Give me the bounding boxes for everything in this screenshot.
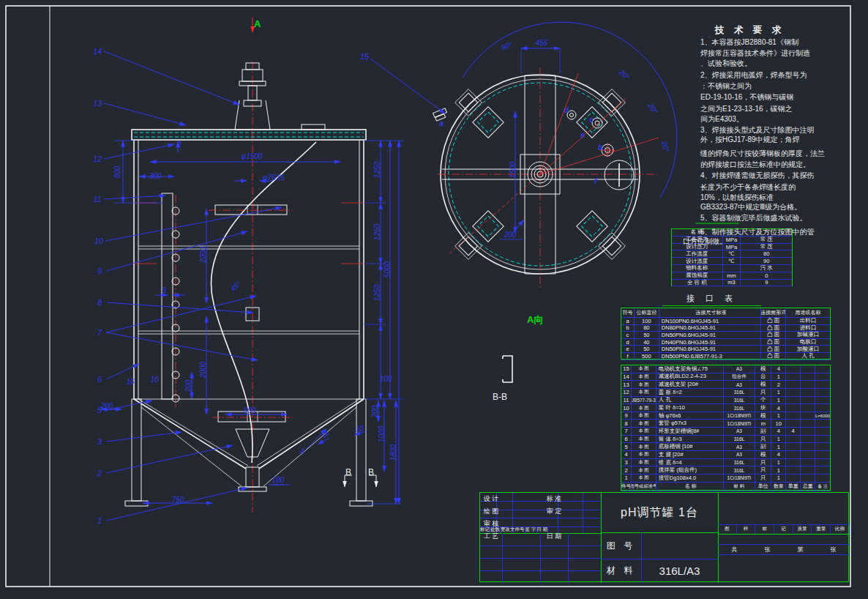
nozzle-table-title: 接 口 表 [662,293,761,306]
bom-material: A3 [724,428,756,436]
bom-unit-weight [786,420,801,428]
bom-row: 8 本 图 套管 φ57x3 1Cr18Ni9Ti m 10 [621,420,830,428]
bom-header-qty: 数量 [771,483,786,491]
nozzle-use: 进料口 [786,325,830,332]
bom-part-name: 环形支架槽钢[8# [656,428,724,436]
char-name: 设计温度 [672,258,723,265]
bom-note [815,404,830,412]
bom-drawing-no: 本 图 [632,412,656,420]
bom-material: 316L [724,397,756,405]
characteristics-table: 名 称 工作压力 MPa 常 压 设计压力 MPa 常 压 工作温度 ℃ 80 [671,228,793,286]
bom-part-name: 盖 板 δ=2 [656,389,724,397]
bom-qty: 1 [771,443,786,451]
nozzle-face: 凸 面 [761,318,786,325]
bom-unit-weight [786,436,801,444]
section-a-marker: A [254,18,261,29]
sheet-count-cell: 共 [718,544,751,554]
bom-unit-weight [786,397,801,405]
nozzle-symbol: e [621,346,635,353]
material-value: 316L/A3 [641,559,718,583]
bom-note [815,436,830,444]
signature-label-left: 绘 图 [480,505,502,518]
bom-total-weight [801,428,815,436]
char-unit: MPa [723,237,741,244]
bom-row: 15 本 图 电动机支架角钢∠75 A3 根 4 [621,365,830,373]
bom-part-name: 桨 叶 δ=10 [656,404,724,412]
bom-total-weight [801,459,815,467]
nozzle-header-face: 连接面形式 [761,308,786,318]
bom-part-no: 10 [621,404,632,412]
bom-note [815,475,830,483]
bom-part-name: 套管 φ57x3 [656,420,724,428]
bom-unit: 只 [755,459,771,467]
plan-view [433,22,677,289]
nozzle-table: 符号 公称直径 连接尺寸标准 连接面形式 用途或名称 a 100 DN100PN… [621,308,831,360]
section-bb-symbol [503,356,512,382]
bom-total-weight [801,412,815,420]
characteristics-row: 全 容 积 m3 9 [672,280,792,287]
char-unit: mm [723,272,741,280]
char-unit [723,265,741,272]
bom-drawing-no: 本 图 [632,475,656,483]
bom-unit: 副 [755,428,771,436]
bom-note [815,466,830,475]
bom-material: A3 [724,365,756,373]
bom-material: 316L [724,404,756,412]
signature-row: 审 核 [480,518,601,530]
bom-note [815,451,830,459]
bom-header-no: 件号 [621,483,632,491]
bom-row: 5 本 图 底板槽钢 [10# A3 副 1 [621,443,830,451]
bom-row: 9 本 图 轴 φ76x6 1Cr18Ni9Ti 根 1 L=6000 [621,412,830,420]
bom-unit: 块 [755,404,771,412]
nozzle-symbol: d [621,339,635,346]
bom-unit: 根 [755,365,771,373]
nozzle-standard: DN50PN0.6HGJ45-91 [659,346,762,353]
nozzle-row: c 50 DN50PN0.6HGJ45-91 凸 面 加碱液口 [621,332,830,339]
bom-material: 316L [724,436,756,444]
signature-label-left: 工 艺 [480,530,502,543]
bom-part-no: 8 [621,420,632,428]
bom-note [815,420,830,428]
signature-row: 设 计 标 准 [480,493,601,505]
bom-note [815,381,830,389]
char-value: 污 水 [741,265,792,272]
bom-unit: 个 [755,397,771,405]
nozzle-dn: 40 [635,339,659,346]
bom-material: 316L [724,466,756,475]
bom-drawing-no: 本 图 [632,466,656,475]
bom-part-no: 14 [621,373,632,382]
bom-total-weight [801,389,815,397]
bom-qty: 1 [771,459,786,467]
bom-qty: 1 [771,373,786,382]
bom-header-unit-weight: 单重 [786,483,801,491]
bom-row: 6 本 图 筒 体 δ=3 316L 只 1 [621,436,830,444]
bom-row: 12 本 图 盖 板 δ=2 316L 只 1 [621,389,830,397]
bom-drawing-no: 本 图 [632,436,656,444]
bom-drawing-no: 本 图 [632,404,656,412]
char-value: 90 [741,258,792,265]
bom-part-name: 人 孔 [656,397,724,405]
nozzle-standard: DN80PN0.6HGJ45-91 [659,325,762,332]
bom-part-name: 底板槽钢 [10# [656,443,724,451]
signature-label-right: 审 定 [540,505,568,518]
bom-table: 15 本 图 电动机支架角钢∠75 A3 根 4 14 本 图 减速机BLD2.… [621,365,831,491]
sheet-count-row: 共张第张 [718,544,850,554]
material-label: 材 料 [601,559,641,583]
bom-header-material: 材 料 [724,483,756,491]
char-name: 物料名称 [672,265,723,272]
bom-total-weight [801,466,815,475]
bom-unit-weight [786,389,801,397]
signature-label-left: 审 核 [480,518,502,530]
bom-drawing-no: 本 图 [632,420,656,428]
bom-part-no: 9 [621,412,632,420]
nozzle-dn: 50 [635,346,659,353]
mark-header-row: 图样标记质量重量比例 [718,524,850,534]
product-title: pH调节罐 1台 [601,493,718,532]
bom-total-weight [801,436,815,444]
nozzle-symbol: c [621,332,635,339]
char-header-name: 名 称 [672,229,723,237]
bom-qty: 4 [771,451,786,459]
bom-qty: 4 [771,404,786,412]
nozzle-header-standard: 连接尺寸标准 [659,308,762,318]
balloon-leaders [104,51,445,521]
